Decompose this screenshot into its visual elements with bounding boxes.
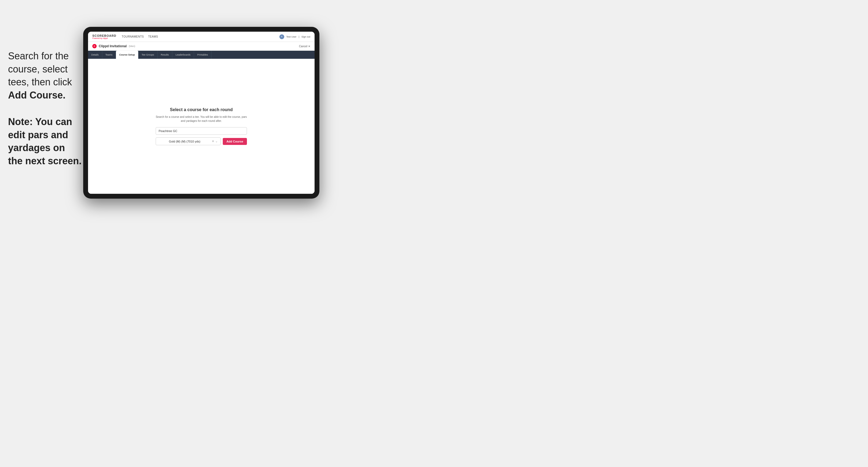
- tablet-screen: SCOREBOARD Powered by clippd TOURNAMENTS…: [88, 32, 315, 194]
- tournament-title: C Clippd Invitational (Men): [92, 44, 135, 48]
- add-course-button[interactable]: Add Course: [223, 138, 247, 145]
- clippd-icon: C: [92, 44, 97, 48]
- logo: SCOREBOARD Powered by clippd: [92, 34, 116, 39]
- nav-tournaments[interactable]: TOURNAMENTS: [122, 35, 144, 38]
- tee-clear-button[interactable]: ✕: [211, 139, 215, 143]
- course-select-card: Select a course for each round Search fo…: [156, 107, 247, 145]
- card-title: Select a course for each round: [156, 107, 247, 112]
- course-search-wrap: [156, 127, 247, 135]
- tee-select-row: Gold (M) (M) (7010 yds) ✕ ⌄ Add Course: [156, 137, 247, 145]
- cancel-button[interactable]: Cancel ✕: [299, 45, 310, 48]
- instruction-note: Note: You can edit pars and yardages on …: [8, 116, 82, 167]
- card-description: Search for a course and select a tee. Yo…: [156, 115, 247, 123]
- main-content: Select a course for each round Search fo…: [88, 59, 315, 194]
- tab-leaderboards[interactable]: Leaderboards: [172, 51, 194, 59]
- nav-links: TOURNAMENTS TEAMS: [122, 35, 158, 38]
- nav-separator: |: [299, 35, 299, 38]
- tournament-header: C Clippd Invitational (Men) Cancel ✕: [88, 42, 315, 51]
- tournament-badge: (Men): [129, 45, 135, 48]
- tab-tee-groups[interactable]: Tee Groups: [138, 51, 158, 59]
- tablet-device: SCOREBOARD Powered by clippd TOURNAMENTS…: [83, 27, 319, 198]
- tournament-name: Clippd Invitational: [99, 44, 127, 48]
- tab-results[interactable]: Results: [158, 51, 172, 59]
- course-search-input[interactable]: [156, 127, 247, 135]
- tab-course-setup[interactable]: Course Setup: [116, 51, 138, 59]
- top-navigation: SCOREBOARD Powered by clippd TOURNAMENTS…: [88, 32, 315, 42]
- nav-right: R Test User | Sign out: [279, 34, 310, 39]
- user-name: Test User: [286, 35, 297, 38]
- tab-printables[interactable]: Printables: [194, 51, 212, 59]
- tab-bar: Details Teams Course Setup Tee Groups Re…: [88, 51, 315, 59]
- nav-teams[interactable]: TEAMS: [148, 35, 158, 38]
- logo-text: SCOREBOARD: [92, 34, 116, 37]
- tee-value-display: Gold (M) (M) (7010 yds): [159, 140, 211, 143]
- nav-left: SCOREBOARD Powered by clippd TOURNAMENTS…: [92, 34, 158, 39]
- tee-chevron-icon[interactable]: ⌄: [215, 139, 218, 143]
- instruction-search: Search for the course, select tees, then…: [8, 50, 82, 102]
- sign-out-link[interactable]: Sign out: [302, 35, 310, 38]
- tab-teams[interactable]: Teams: [102, 51, 116, 59]
- user-avatar: R: [279, 34, 284, 39]
- logo-sub: Powered by clippd: [92, 37, 116, 39]
- tab-details[interactable]: Details: [88, 51, 102, 59]
